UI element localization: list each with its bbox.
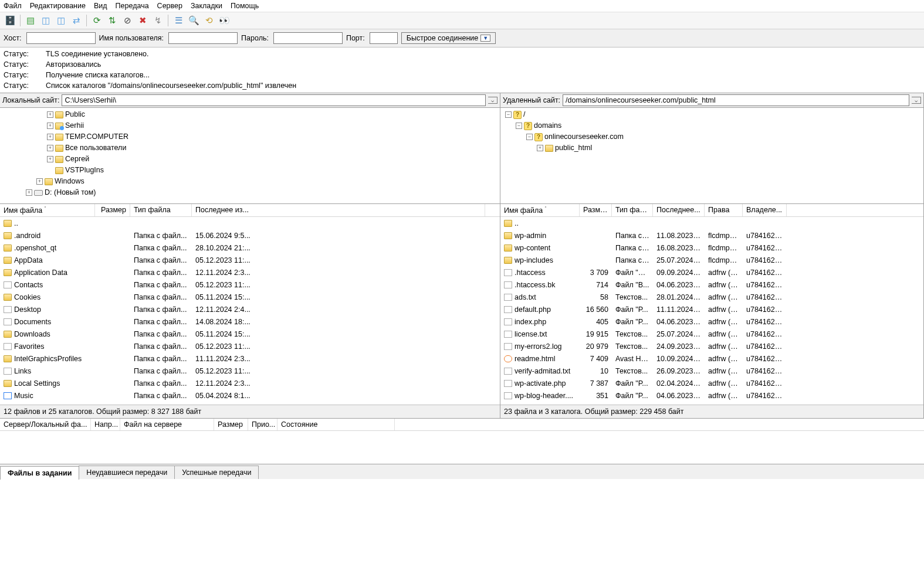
reconnect-icon[interactable]: ↯ bbox=[151, 14, 164, 27]
expand-toggle[interactable]: + bbox=[47, 156, 53, 162]
toggle-log-icon[interactable]: ▤ bbox=[24, 14, 37, 27]
process-queue-icon[interactable]: ⇅ bbox=[106, 14, 119, 27]
queue-header[interactable]: Сервер/Локальный фа... Напр... Файл на с… bbox=[0, 419, 924, 431]
qcol-status[interactable]: Состояние bbox=[277, 419, 395, 430]
list-item[interactable]: wp-blog-header....351Файл "P...04.06.202… bbox=[500, 389, 923, 402]
menu-file[interactable]: Файл bbox=[4, 2, 22, 10]
tree-node[interactable]: + public_html bbox=[503, 142, 921, 154]
list-item[interactable]: ads.txt58Текстов...28.01.2024 ...adfrw (… bbox=[500, 291, 923, 303]
host-input[interactable] bbox=[26, 32, 96, 44]
message-log[interactable]: Статус:TLS соединение установлено. Стату… bbox=[0, 47, 924, 93]
expand-toggle[interactable]: − bbox=[516, 123, 522, 129]
list-item[interactable]: .htaccess3 709Файл "H...09.09.2024 ...ad… bbox=[500, 266, 923, 278]
tree-node[interactable]: + Public bbox=[2, 109, 497, 120]
toggle-queue-icon[interactable]: ⇄ bbox=[70, 14, 83, 27]
remote-file-header[interactable]: Имя файла ˄ Размер Тип фай... Последнее.… bbox=[500, 204, 923, 217]
local-path-dropdown[interactable]: ⌵ bbox=[488, 97, 497, 104]
remote-path-dropdown[interactable]: ⌵ bbox=[912, 97, 921, 104]
menu-help[interactable]: Помощь bbox=[231, 2, 259, 10]
list-item[interactable]: verify-admitad.txt10Текстов...26.09.2023… bbox=[500, 365, 923, 377]
pass-input[interactable] bbox=[273, 32, 343, 44]
local-file-header[interactable]: Имя файла ˄ Размер Тип файла Последнее и… bbox=[0, 204, 500, 217]
tab-failed[interactable]: Неудавшиеся передачи bbox=[79, 466, 175, 479]
tree-node[interactable]: − ? domains bbox=[503, 120, 921, 131]
list-item[interactable]: wp-activate.php7 387Файл "P...02.04.2024… bbox=[500, 377, 923, 389]
list-item[interactable]: MusicПапка с файл...05.04.2024 8:1... bbox=[0, 389, 500, 402]
user-input[interactable] bbox=[168, 32, 238, 44]
tree-node[interactable]: + Windows bbox=[2, 176, 497, 187]
col-name[interactable]: Имя файла ˄ bbox=[0, 204, 95, 216]
list-item[interactable]: index.php405Файл "P...04.06.2023 ...adfr… bbox=[500, 315, 923, 328]
menu-edit[interactable]: Редактирование bbox=[30, 2, 86, 10]
col-date[interactable]: Последнее из... bbox=[192, 204, 485, 216]
expand-toggle[interactable]: + bbox=[36, 178, 43, 185]
expand-toggle[interactable]: + bbox=[47, 145, 53, 151]
list-item[interactable]: wp-includesПапка с ...25.07.2024 ...flcd… bbox=[500, 254, 923, 266]
tree-node[interactable]: VSTPlugIns bbox=[2, 165, 497, 176]
local-path-input[interactable] bbox=[62, 94, 486, 106]
tree-node[interactable]: + Все пользователи bbox=[2, 142, 497, 154]
sync-browse-icon[interactable]: 👀 bbox=[218, 14, 231, 27]
disconnect-icon[interactable]: ✖ bbox=[136, 14, 149, 27]
remote-tree[interactable]: − ? /− ? domains− ? onlinecourseseeker.c… bbox=[500, 108, 923, 204]
tab-queued[interactable]: Файлы в задании bbox=[0, 466, 79, 480]
cancel-icon[interactable]: ⊘ bbox=[121, 14, 134, 27]
list-item[interactable]: .. bbox=[500, 217, 923, 229]
list-item[interactable]: Local SettingsПапка с файл...12.11.2024 … bbox=[0, 377, 500, 389]
tree-node[interactable]: − ? / bbox=[503, 109, 921, 120]
tree-node[interactable]: + Serhii bbox=[2, 120, 497, 131]
list-item[interactable]: LinksПапка с файл...05.12.2023 11:... bbox=[0, 365, 500, 377]
expand-toggle[interactable]: + bbox=[537, 145, 543, 151]
tab-success[interactable]: Успешные передачи bbox=[174, 466, 259, 479]
qcol-priority[interactable]: Прио... bbox=[248, 419, 277, 430]
list-item[interactable]: CookiesПапка с файл...05.11.2024 15:... bbox=[0, 291, 500, 303]
local-file-list[interactable]: Имя файла ˄ Размер Тип файла Последнее и… bbox=[0, 204, 500, 405]
tree-node[interactable]: + TEMP.COMPUTER bbox=[2, 131, 497, 142]
qcol-remote[interactable]: Файл на сервере bbox=[120, 419, 214, 430]
list-item[interactable]: default.php16 560Файл "P...11.11.2024 ..… bbox=[500, 303, 923, 315]
list-item[interactable]: ContactsПапка с файл...05.12.2023 11:... bbox=[0, 278, 500, 291]
list-item[interactable]: readme.html7 409Avast HT...10.09.2024 ..… bbox=[500, 352, 923, 365]
menu-bookmarks[interactable]: Закладки bbox=[191, 2, 222, 10]
col-type[interactable]: Тип файла bbox=[130, 204, 192, 216]
expand-toggle[interactable]: − bbox=[505, 111, 512, 118]
list-item[interactable]: AppDataПапка с файл...05.12.2023 11:... bbox=[0, 254, 500, 266]
remote-file-list[interactable]: Имя файла ˄ Размер Тип фай... Последнее.… bbox=[500, 204, 923, 405]
quickconnect-button[interactable]: Быстрое соединение ▼ bbox=[401, 32, 496, 44]
tree-node[interactable]: − ? onlinecourseseeker.com bbox=[503, 131, 921, 142]
list-item[interactable]: my-errors2.log20 979Текстов...24.09.2023… bbox=[500, 340, 923, 352]
expand-toggle[interactable]: + bbox=[47, 134, 53, 140]
filter-icon[interactable]: ☰ bbox=[172, 14, 185, 27]
col-date[interactable]: Последнее... bbox=[653, 204, 705, 216]
transfer-queue[interactable]: Сервер/Локальный фа... Напр... Файл на с… bbox=[0, 418, 924, 464]
tree-node[interactable]: + D: (Новый том) bbox=[2, 187, 497, 198]
local-tree[interactable]: + Public+ Serhii+ TEMP.COMPUTER+ Все пол… bbox=[0, 108, 500, 204]
qcol-direction[interactable]: Напр... bbox=[91, 419, 120, 430]
list-item[interactable]: .htaccess.bk714Файл "B...04.06.2023 ...a… bbox=[500, 278, 923, 291]
remote-path-input[interactable] bbox=[563, 94, 909, 106]
col-size[interactable]: Размер bbox=[95, 204, 130, 216]
qcol-size[interactable]: Размер bbox=[214, 419, 248, 430]
compare-icon[interactable]: ⟲ bbox=[202, 14, 215, 27]
list-item[interactable]: .. bbox=[0, 217, 500, 229]
expand-toggle[interactable]: + bbox=[26, 189, 32, 196]
list-item[interactable]: DownloadsПапка с файл...05.11.2024 15:..… bbox=[0, 328, 500, 340]
list-item[interactable]: Application DataПапка с файл...12.11.202… bbox=[0, 266, 500, 278]
qcol-server[interactable]: Сервер/Локальный фа... bbox=[0, 419, 91, 430]
list-item[interactable]: FavoritesПапка с файл...05.12.2023 11:..… bbox=[0, 340, 500, 352]
col-permissions[interactable]: Права bbox=[705, 204, 743, 216]
list-item[interactable]: IntelGraphicsProfilesПапка с файл...11.1… bbox=[0, 352, 500, 365]
list-item[interactable]: wp-contentПапка с ...16.08.2023 ...flcdm… bbox=[500, 242, 923, 254]
list-item[interactable]: wp-adminПапка с ...11.08.2023 ...flcdmpe… bbox=[500, 229, 923, 242]
port-input[interactable] bbox=[370, 32, 398, 44]
list-item[interactable]: DocumentsПапка с файл...14.08.2024 18:..… bbox=[0, 315, 500, 328]
col-size[interactable]: Размер bbox=[580, 204, 612, 216]
list-item[interactable]: .openshot_qtПапка с файл...28.10.2024 21… bbox=[0, 242, 500, 254]
expand-toggle[interactable]: − bbox=[526, 134, 533, 140]
menu-view[interactable]: Вид bbox=[94, 2, 107, 10]
search-icon[interactable]: 🔍 bbox=[187, 14, 200, 27]
list-item[interactable]: DesktopПапка с файл...12.11.2024 2:4... bbox=[0, 303, 500, 315]
toggle-remote-tree-icon[interactable]: ◫ bbox=[55, 14, 67, 27]
col-owner[interactable]: Владеле... bbox=[743, 204, 787, 216]
quickconnect-dropdown[interactable]: ▼ bbox=[480, 35, 490, 42]
